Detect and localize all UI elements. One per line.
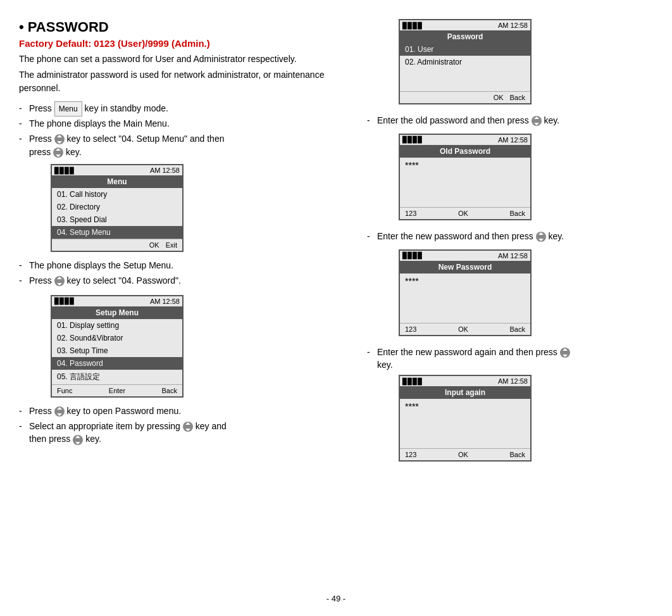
password-item-1[interactable]: 01. User [400, 43, 530, 56]
section-title: PASSWORD [19, 19, 335, 35]
input-again-time: AM 12:58 [498, 377, 528, 385]
menu-time: AM 12:58 [150, 167, 180, 174]
new-pw-time: AM 12:58 [498, 252, 528, 260]
instruction-3b: press key. [19, 147, 335, 158]
instruction-5: Press key to select "04. Password". [19, 273, 335, 289]
menu-status-bar: ▉▉▉▉ AM 12:58 [52, 165, 182, 175]
setup-enter[interactable]: Enter [109, 387, 125, 394]
old-pw-spacer3 [400, 196, 530, 207]
instruction-7b: then press key. [19, 434, 335, 444]
setup-menu-screen: ▉▉▉▉ AM 12:58 Setup Menu 01. Display set… [51, 295, 184, 398]
old-pw-ok[interactable]: OK [458, 210, 468, 217]
input-again-spacer1 [400, 414, 530, 425]
setup-item-4[interactable]: 04. Password [52, 357, 182, 370]
nav-icon-r2 [536, 232, 546, 242]
new-pw-spacer3 [400, 311, 530, 323]
setup-item-2[interactable]: 02. Sound&Vibrator [52, 332, 182, 344]
password-time: AM 12:58 [498, 22, 528, 29]
password-ok[interactable]: OK [494, 94, 504, 101]
menu-item-3[interactable]: 03. Speed Dial [52, 213, 182, 226]
input-again-screen-container: ▉▉▉▉ AM 12:58 Input again **** 123 OK Ba… [399, 375, 645, 462]
right-instruction-1: Enter the old password and then press ke… [367, 113, 645, 129]
setup-back[interactable]: Back [162, 387, 177, 394]
password-signal: ▉▉▉▉ [402, 22, 423, 29]
setup-item-3[interactable]: 03. Setup Time [52, 344, 182, 357]
input-again-screen: ▉▉▉▉ AM 12:58 Input again **** 123 OK Ba… [399, 375, 532, 462]
left-instructions-2: The phone displays the Setup Menu. Press… [19, 258, 335, 289]
right-instruction-3b: key. [367, 360, 645, 370]
old-pw-back[interactable]: Back [510, 210, 525, 217]
nav-icon-r1 [532, 116, 542, 126]
new-pw-spacer1 [400, 289, 530, 300]
right-column: ▉▉▉▉ AM 12:58 Password 01. User 02. Admi… [367, 19, 645, 470]
old-pw-123[interactable]: 123 [405, 210, 416, 217]
menu-screen: ▉▉▉▉ AM 12:58 Menu 01. Call history 02. … [51, 164, 184, 252]
instruction-6: Press key to open Password menu. [19, 404, 335, 419]
password-spacer2 [400, 80, 530, 91]
setup-title: Setup Menu [52, 306, 182, 319]
setup-bottom-bar: Func Enter Back [52, 384, 182, 396]
input-again-title: Input again [400, 386, 530, 399]
setup-status-bar: ▉▉▉▉ AM 12:58 [52, 296, 182, 306]
menu-signal: ▉▉▉▉ [54, 167, 75, 174]
old-pw-signal: ▉▉▉▉ [402, 136, 423, 143]
new-pw-signal: ▉▉▉▉ [402, 252, 423, 259]
old-pw-bottom: 123 OK Back [400, 207, 530, 219]
old-pw-time: AM 12:58 [498, 136, 528, 144]
input-again-back[interactable]: Back [510, 451, 525, 458]
input-again-spacer2 [400, 425, 530, 437]
body-text-2: The administrator password is used for n… [19, 68, 335, 95]
nav-icon-4 [54, 406, 65, 417]
password-back[interactable]: Back [510, 94, 525, 101]
factory-default: Factory Default: 0123 (User)/9999 (Admin… [19, 38, 335, 49]
new-pw-title: New Password [400, 261, 530, 273]
menu-item-2[interactable]: 02. Directory [52, 201, 182, 213]
setup-item-5[interactable]: 05. 言語設定 [52, 370, 182, 384]
old-pw-spacer2 [400, 184, 530, 196]
password-screen-container: ▉▉▉▉ AM 12:58 Password 01. User 02. Admi… [399, 19, 645, 104]
menu-key: Menu [54, 101, 82, 116]
menu-bottom-bar: OK Exit [52, 239, 182, 251]
new-pw-123[interactable]: 123 [405, 325, 416, 333]
old-password-screen: ▉▉▉▉ AM 12:58 Old Password **** 123 OK B… [399, 134, 532, 220]
setup-item-1[interactable]: 01. Display setting [52, 319, 182, 332]
menu-item-1[interactable]: 01. Call history [52, 188, 182, 201]
nav-icon-6 [73, 435, 83, 445]
input-again-spacer3 [400, 437, 530, 448]
right-instructions-1: Enter the old password and then press ke… [367, 113, 645, 129]
instruction-2: The phone displays the Main Menu. [19, 116, 335, 132]
menu-exit[interactable]: Exit [166, 241, 177, 249]
nav-icon-1 [54, 134, 65, 144]
input-again-123[interactable]: 123 [405, 451, 416, 458]
menu-ok[interactable]: OK [149, 241, 159, 249]
new-pw-input[interactable]: **** [400, 273, 530, 289]
new-password-screen-container: ▉▉▉▉ AM 12:58 New Password **** 123 OK B… [399, 249, 645, 336]
menu-item-4[interactable]: 04. Setup Menu [52, 226, 182, 239]
input-again-input[interactable]: **** [400, 399, 530, 414]
new-pw-spacer2 [400, 300, 530, 311]
new-pw-back[interactable]: Back [510, 325, 525, 333]
input-again-ok[interactable]: OK [458, 451, 468, 458]
menu-screen-container: ▉▉▉▉ AM 12:58 Menu 01. Call history 02. … [51, 164, 335, 252]
new-pw-status-bar: ▉▉▉▉ AM 12:58 [400, 251, 530, 261]
instruction-7: Select an appropriate item by pressing k… [19, 419, 335, 434]
input-again-status-bar: ▉▉▉▉ AM 12:58 [400, 376, 530, 386]
old-pw-input[interactable]: **** [400, 158, 530, 173]
instruction-4: The phone displays the Setup Menu. [19, 258, 335, 273]
setup-menu-screen-container: ▉▉▉▉ AM 12:58 Setup Menu 01. Display set… [51, 295, 335, 398]
nav-icon-r3 [560, 348, 570, 358]
new-pw-ok[interactable]: OK [458, 325, 468, 333]
body-text-1: The phone can set a password for User an… [19, 53, 335, 66]
password-screen: ▉▉▉▉ AM 12:58 Password 01. User 02. Admi… [399, 19, 532, 104]
right-instructions-3: Enter the new password again and then pr… [367, 345, 645, 370]
password-spacer [400, 68, 530, 80]
input-again-signal: ▉▉▉▉ [402, 378, 423, 385]
password-item-2[interactable]: 02. Administrator [400, 56, 530, 68]
menu-title: Menu [52, 175, 182, 188]
setup-func[interactable]: Func [57, 387, 72, 394]
old-pw-title: Old Password [400, 145, 530, 158]
instruction-1: Press Menu key in standby mode. [19, 101, 335, 116]
nav-icon-2 [53, 148, 63, 158]
nav-icon-5 [183, 422, 193, 432]
old-pw-spacer1 [400, 173, 530, 184]
